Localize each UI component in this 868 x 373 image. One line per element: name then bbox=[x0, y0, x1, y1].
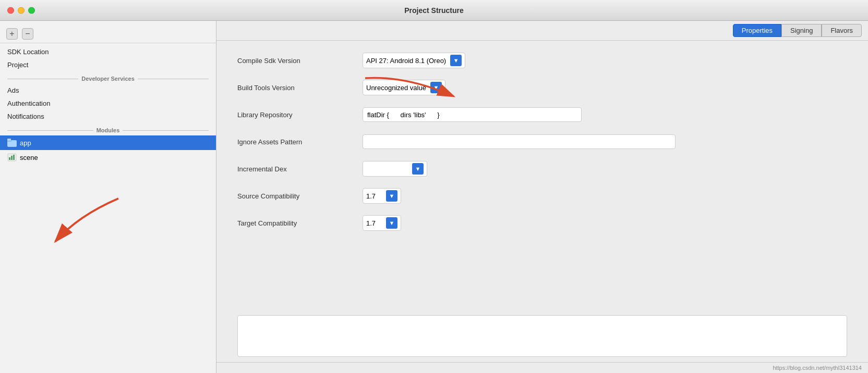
status-url: https://blog.csdn.net/mythl3141314 bbox=[773, 365, 862, 371]
tab-bar: Properties Signing Flavors bbox=[216, 21, 868, 41]
compile-sdk-version-control: API 27: Android 8.1 (Oreo) ▼ bbox=[363, 53, 465, 68]
incremental-dex-label: Incremental Dex bbox=[237, 165, 363, 173]
source-compatibility-dropdown[interactable]: 1.7 ▼ bbox=[363, 188, 401, 204]
status-bar: https://blog.csdn.net/mythl3141314 bbox=[216, 362, 868, 373]
source-compatibility-row: Source Compatibility 1.7 ▼ bbox=[237, 186, 847, 205]
ignore-assets-pattern-input[interactable] bbox=[363, 134, 676, 149]
add-button[interactable]: + bbox=[6, 28, 18, 40]
sidebar-item-project[interactable]: Project bbox=[0, 58, 216, 71]
svg-rect-2 bbox=[7, 139, 11, 141]
source-compatibility-control: 1.7 ▼ bbox=[363, 188, 401, 204]
developer-services-header: Developer Services bbox=[0, 71, 216, 84]
sidebar: + − SDK Location Project Developer Servi… bbox=[0, 21, 216, 373]
target-compatibility-dropdown[interactable]: 1.7 ▼ bbox=[363, 215, 401, 231]
sidebar-toolbar: + − bbox=[0, 25, 216, 43]
svg-rect-4 bbox=[9, 157, 10, 160]
build-tools-version-dropdown-btn[interactable]: ▼ bbox=[430, 82, 442, 93]
window-title: Project Structure bbox=[404, 6, 464, 15]
incremental-dex-row: Incremental Dex ▼ bbox=[237, 159, 847, 178]
ignore-assets-pattern-control bbox=[363, 134, 676, 149]
target-compatibility-value: 1.7 bbox=[366, 219, 382, 227]
compile-sdk-version-dropdown-btn[interactable]: ▼ bbox=[450, 55, 462, 66]
tab-flavors[interactable]: Flavors bbox=[822, 24, 862, 37]
chart-icon bbox=[7, 153, 17, 161]
sidebar-item-app[interactable]: app bbox=[0, 135, 216, 150]
content-area: Properties Signing Flavors Compile Sdk V… bbox=[216, 21, 868, 373]
traffic-lights bbox=[7, 7, 35, 14]
modules-header: Modules bbox=[0, 123, 216, 135]
svg-rect-6 bbox=[13, 155, 15, 160]
svg-rect-5 bbox=[11, 156, 13, 160]
library-repository-row: Library Repository bbox=[237, 105, 847, 124]
tab-properties[interactable]: Properties bbox=[733, 24, 781, 37]
folder-icon bbox=[7, 139, 17, 147]
module-scene-label: scene bbox=[20, 154, 38, 161]
compile-sdk-version-dropdown[interactable]: API 27: Android 8.1 (Oreo) ▼ bbox=[363, 53, 465, 68]
maximize-button[interactable] bbox=[28, 7, 35, 14]
compile-sdk-version-row: Compile Sdk Version API 27: Android 8.1 … bbox=[237, 51, 847, 70]
sidebar-item-sdk-location[interactable]: SDK Location bbox=[0, 45, 216, 58]
build-tools-version-control: Unrecognized value ▼ bbox=[363, 80, 445, 95]
title-bar: Project Structure bbox=[0, 0, 868, 21]
tab-signing[interactable]: Signing bbox=[781, 24, 822, 37]
close-button[interactable] bbox=[7, 7, 14, 14]
sidebar-item-notifications[interactable]: Notifications bbox=[0, 110, 216, 123]
build-tools-version-dropdown[interactable]: Unrecognized value ▼ bbox=[363, 80, 445, 95]
source-compatibility-label: Source Compatibility bbox=[237, 192, 363, 200]
module-app-label: app bbox=[20, 139, 31, 147]
build-tools-version-label: Build Tools Version bbox=[237, 84, 363, 92]
library-repository-control bbox=[363, 107, 582, 122]
incremental-dex-dropdown-btn[interactable]: ▼ bbox=[412, 163, 424, 175]
ignore-assets-pattern-label: Ignore Assets Pattern bbox=[237, 138, 363, 146]
incremental-dex-control: ▼ bbox=[363, 161, 427, 177]
ignore-assets-pattern-row: Ignore Assets Pattern bbox=[237, 132, 847, 151]
sidebar-item-authentication[interactable]: Authentication bbox=[0, 97, 216, 110]
minimize-button[interactable] bbox=[18, 7, 25, 14]
form-area: Compile Sdk Version API 27: Android 8.1 … bbox=[216, 41, 868, 315]
target-compatibility-row: Target Compatibility 1.7 ▼ bbox=[237, 214, 847, 232]
bottom-text-area[interactable] bbox=[237, 315, 847, 357]
target-compatibility-control: 1.7 ▼ bbox=[363, 215, 401, 231]
incremental-dex-dropdown[interactable]: ▼ bbox=[363, 161, 427, 177]
source-compatibility-value: 1.7 bbox=[366, 192, 382, 200]
sidebar-item-scene[interactable]: scene bbox=[0, 150, 216, 165]
compile-sdk-version-label: Compile Sdk Version bbox=[237, 57, 363, 65]
compile-sdk-version-value: API 27: Android 8.1 (Oreo) bbox=[366, 57, 446, 65]
remove-button[interactable]: − bbox=[22, 28, 33, 40]
main-container: + − SDK Location Project Developer Servi… bbox=[0, 21, 868, 373]
build-tools-version-row: Build Tools Version Unrecognized value ▼ bbox=[237, 78, 847, 97]
sidebar-item-ads[interactable]: Ads bbox=[0, 84, 216, 97]
source-compatibility-dropdown-btn[interactable]: ▼ bbox=[386, 190, 397, 202]
build-tools-version-value: Unrecognized value bbox=[366, 84, 426, 92]
library-repository-input[interactable] bbox=[363, 107, 582, 122]
library-repository-label: Library Repository bbox=[237, 111, 363, 119]
target-compatibility-label: Target Compatibility bbox=[237, 219, 363, 227]
target-compatibility-dropdown-btn[interactable]: ▼ bbox=[386, 217, 397, 229]
